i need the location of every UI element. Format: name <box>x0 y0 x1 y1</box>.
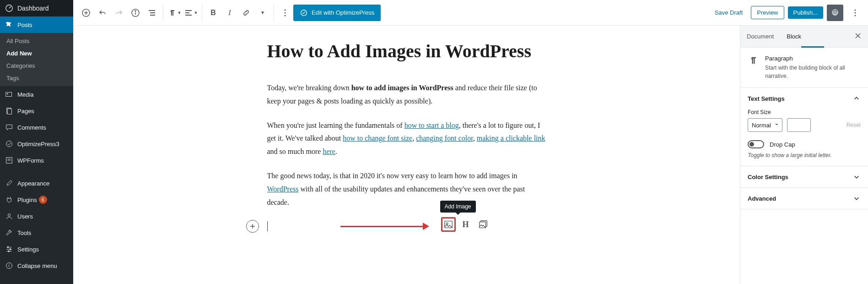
link[interactable]: how to start a blog <box>404 121 459 129</box>
svg-rect-28 <box>185 15 192 16</box>
wrench-icon <box>5 228 14 237</box>
drop-cap-toggle[interactable] <box>748 140 764 148</box>
sidebar-label: WPForms <box>17 157 44 164</box>
color-settings-header[interactable]: Color Settings <box>740 166 868 187</box>
sidebar-item-op3[interactable]: OptimizePress3 <box>0 136 73 152</box>
paragraph-button[interactable]: ▼ <box>166 5 183 21</box>
sliders-icon <box>5 245 14 254</box>
paragraph-block[interactable]: When you're just learning the fundamenta… <box>267 119 546 158</box>
italic-button[interactable]: I <box>221 5 238 21</box>
bold-button[interactable]: B <box>205 5 221 21</box>
tab-block[interactable]: Block <box>780 26 808 47</box>
text: The good news today, is that in 2020 it'… <box>267 172 518 180</box>
op-icon <box>300 9 308 17</box>
sidebar-item-users[interactable]: Users <box>0 208 73 224</box>
svg-rect-1 <box>6 93 12 97</box>
svg-point-15 <box>8 251 10 252</box>
svg-point-34 <box>855 12 856 13</box>
drop-cap-label: Drop Cap <box>770 141 795 148</box>
bold-text: how to add images in WordPress <box>351 84 453 92</box>
text: Today, we're breaking down <box>267 84 351 92</box>
section-title: Advanced <box>748 195 776 202</box>
link[interactable]: WordPress <box>267 185 299 193</box>
info-button[interactable] <box>127 5 144 21</box>
link[interactable]: changing font color <box>416 134 473 142</box>
advanced-header[interactable]: Advanced <box>740 188 868 209</box>
more-options-button[interactable] <box>277 5 293 21</box>
sidebar-item-wpforms[interactable]: WPForms <box>0 152 73 169</box>
block-name: Paragraph <box>765 55 861 62</box>
save-draft-button[interactable]: Save Draft <box>710 6 747 19</box>
paragraph-block[interactable]: The good news today, is that in 2020 it'… <box>267 169 546 209</box>
edit-optimizepress-button[interactable]: Edit with OptimizePress <box>293 5 381 21</box>
settings-panel: Document Block Paragraph Start with the … <box>740 26 868 284</box>
link[interactable]: making a clickable link <box>477 134 545 142</box>
undo-button[interactable] <box>94 5 111 21</box>
svg-rect-4 <box>7 109 11 115</box>
paragraph-block[interactable]: Today, we're breaking down how to add im… <box>267 82 546 108</box>
insert-gallery-button[interactable] <box>476 217 491 232</box>
svg-point-13 <box>7 246 9 248</box>
sidebar-item-plugins[interactable]: Plugins 6 <box>0 191 73 208</box>
svg-point-29 <box>285 9 286 11</box>
text: . <box>335 147 337 155</box>
user-icon <box>5 212 14 221</box>
sidebar-sub-categories[interactable]: Categories <box>0 60 73 72</box>
sidebar-sub-allposts[interactable]: All Posts <box>0 35 73 47</box>
svg-point-9 <box>8 214 10 216</box>
sidebar-item-dashboard[interactable]: Dashboard <box>0 0 73 16</box>
align-button[interactable]: ▼ <box>183 5 199 21</box>
sidebar-sub-tags[interactable]: Tags <box>0 72 73 84</box>
link[interactable]: here <box>323 147 335 155</box>
more-format-button[interactable]: ▼ <box>254 5 271 21</box>
op-label: Edit with OptimizePress <box>312 9 374 16</box>
sidebar-label: Media <box>17 91 33 98</box>
drop-cap-hint: Toggle to show a large initial letter. <box>748 152 861 158</box>
kebab-menu-button[interactable] <box>847 5 863 21</box>
comment-icon <box>5 123 14 132</box>
pin-icon <box>5 20 14 29</box>
sidebar-sub-addnew[interactable]: Add New <box>0 47 73 60</box>
sidebar-label: Pages <box>17 108 34 115</box>
close-panel-button[interactable] <box>848 26 868 47</box>
publish-button[interactable]: Publish... <box>788 6 823 19</box>
select-value: Normal <box>752 122 771 129</box>
sidebar-label: Appearance <box>17 180 49 187</box>
sidebar-item-comments[interactable]: Comments <box>0 119 73 136</box>
text: with all of the usability updates and en… <box>267 185 525 206</box>
font-size-select[interactable]: Normal <box>748 118 782 132</box>
link-button[interactable] <box>238 5 254 21</box>
reset-button[interactable]: Reset <box>846 122 861 128</box>
sidebar-item-pages[interactable]: Pages <box>0 103 73 119</box>
tab-document[interactable]: Document <box>740 26 780 47</box>
post-title[interactable]: How to Add Images in WordPress <box>267 39 546 63</box>
media-icon <box>5 90 14 99</box>
sidebar-item-tools[interactable]: Tools <box>0 224 73 241</box>
posts-submenu: All Posts Add New Categories Tags <box>0 33 73 86</box>
outline-button[interactable] <box>144 5 160 21</box>
plugin-icon <box>5 195 14 204</box>
redo-button[interactable] <box>111 5 127 21</box>
editor-canvas[interactable]: How to Add Images in WordPress Today, we… <box>73 26 740 284</box>
add-block-inline-button[interactable] <box>246 220 259 233</box>
insert-heading-button[interactable]: H <box>458 217 473 232</box>
font-size-input[interactable] <box>787 118 811 132</box>
link[interactable]: how to change font size <box>343 134 412 142</box>
annotation-arrow <box>340 223 429 230</box>
preview-button[interactable]: Preview <box>751 6 784 19</box>
text: , <box>412 134 416 142</box>
svg-point-30 <box>285 12 286 13</box>
paragraph-icon <box>748 55 759 80</box>
settings-toggle-button[interactable] <box>827 5 843 21</box>
sidebar-item-media[interactable]: Media <box>0 86 73 103</box>
sidebar-item-settings[interactable]: Settings <box>0 241 73 257</box>
text-settings-header[interactable]: Text Settings <box>740 88 868 109</box>
sidebar-item-posts[interactable]: Posts <box>0 16 73 33</box>
sidebar-label: Plugins <box>17 197 37 203</box>
sidebar-item-collapse[interactable]: Collapse menu <box>0 257 73 274</box>
insert-image-button[interactable] <box>441 217 456 232</box>
admin-sidebar: Dashboard Posts All Posts Add New Catego… <box>0 0 73 284</box>
sidebar-item-appearance[interactable]: Appearance <box>0 175 73 191</box>
sidebar-label: Settings <box>17 246 39 253</box>
add-block-button[interactable] <box>78 5 94 21</box>
